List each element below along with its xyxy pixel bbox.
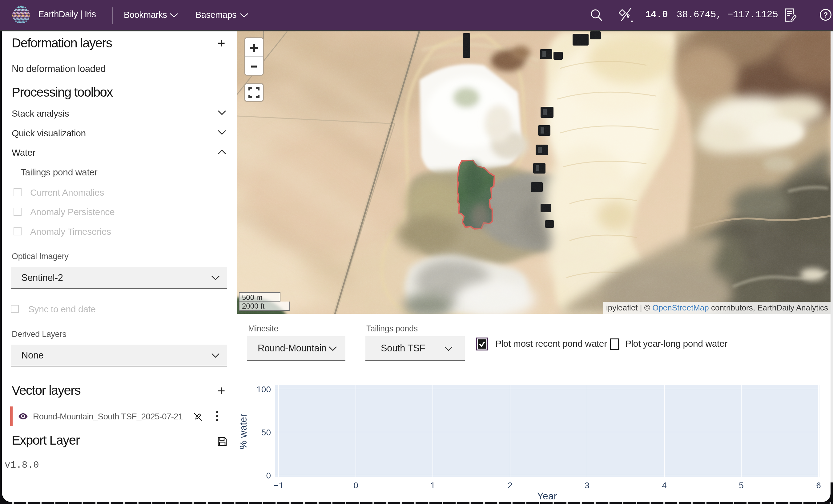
- svg-text:?: ?: [824, 11, 828, 19]
